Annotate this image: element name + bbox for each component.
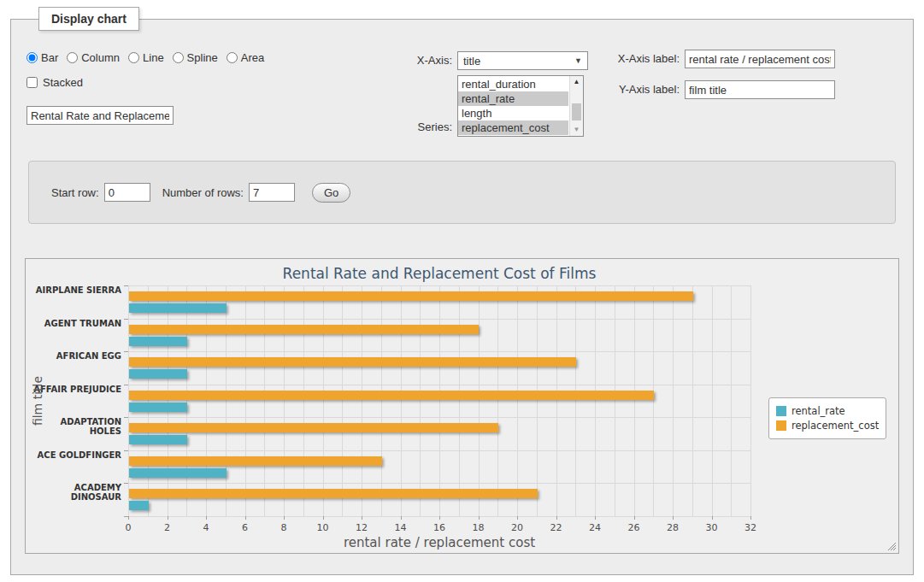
chart-title: Rental Rate and Replacement Cost of Film… [128,265,750,282]
x-tick-label: 0 [115,522,141,533]
bar-rental_rate [129,303,227,313]
series-label: Series: [374,120,452,135]
gridline-vertical [731,285,732,516]
legend-swatch [776,420,786,431]
gridline-vertical [168,285,168,516]
y-axis-title: film title [31,376,44,426]
chart-type-radio-spline[interactable] [173,52,184,63]
gridline-vertical [264,285,265,516]
chart-type-option-area[interactable]: Area [227,51,264,64]
chart-type-radio-bar[interactable] [26,52,38,63]
gridline-vertical [303,285,304,516]
bar-replacement_cost [129,456,382,466]
x-axis-tick [517,516,518,520]
gridline-vertical [615,285,615,516]
chart-type-option-column[interactable]: Column [67,51,120,64]
x-axis-select[interactable]: title ▼ [457,51,588,70]
legend-item-replacement_cost[interactable]: replacement_cost [776,420,879,432]
axis-label-column: X-Axis label: Y-Axis label: [592,50,835,99]
x-tick-label: 26 [621,522,647,533]
bar-rental_rate [129,337,187,346]
x-tick-label: 16 [427,522,452,533]
chart-legend: rental_ratereplacement_cost [768,397,886,439]
gridline-vertical [128,285,129,516]
go-button[interactable]: Go [312,183,350,203]
y-axis-tick [124,385,128,385]
x-tick-label: 14 [388,522,414,533]
gridline-vertical [362,285,362,516]
x-tick-label: 2 [155,522,180,533]
chart-type-radio-group: BarColumnLineSplineArea [26,51,273,64]
category-label: ACE GOLDFINGER [27,450,121,484]
gridline-vertical [634,285,635,516]
x-tick-label: 28 [660,522,686,533]
y-axis-label-input[interactable] [685,80,835,99]
chart-type-option-spline[interactable]: Spline [173,51,218,64]
scrollbar-thumb[interactable] [572,103,581,121]
y-axis-label-field-label: Y-Axis label: [592,80,680,99]
chart-type-radio-area[interactable] [227,52,238,63]
y-axis-tick [124,319,128,320]
gridline-vertical [420,285,421,516]
scroll-down-icon[interactable]: ▼ [570,124,583,136]
chart-type-label: Line [143,51,164,64]
chart-type-label: Bar [41,51,58,64]
gridline-vertical [323,285,324,516]
legend-item-rental_rate[interactable]: rental_rate [776,405,879,417]
x-axis-select-value: title [463,55,480,68]
bar-replacement_cost [129,357,576,367]
bar-rental_rate [129,501,149,510]
series-option-rental_rate[interactable]: rental_rate [458,91,568,106]
gridline-vertical [206,285,207,516]
bar-replacement_cost [129,391,654,400]
y-axis-tick [124,450,128,451]
gridline-vertical [673,285,674,516]
scroll-up-icon[interactable]: ▲ [570,76,583,88]
category-label: ACADEMY DINOSAUR [27,483,121,516]
series-option-replacement_cost[interactable]: replacement_cost [458,121,568,135]
x-axis-tick [595,516,596,520]
gridline-horizontal [128,450,750,451]
display-chart-fieldset: Display chart BarColumnLineSplineArea St… [10,7,914,575]
x-axis-label-input[interactable] [685,50,835,68]
resize-handle-icon[interactable] [887,542,897,551]
x-axis-tick [439,516,440,520]
series-option-rental_duration[interactable]: rental_duration [458,77,568,91]
num-rows-input[interactable] [249,183,295,202]
chart-title-input[interactable] [26,106,174,125]
display-chart-legend: Display chart [38,7,139,31]
x-axis-title: rental rate / replacement cost [128,535,750,550]
gridline-horizontal [128,417,750,418]
x-tick-label: 10 [310,522,336,533]
x-axis-tick [479,516,480,520]
start-row-input[interactable] [104,183,150,202]
series-option-length[interactable]: length [458,106,568,121]
axis-series-column: X-Axis: title ▼ Series: rental_durationr… [374,51,588,137]
stacked-checkbox[interactable] [26,77,38,88]
x-axis-label-field-label: X-Axis label: [592,50,680,68]
x-tick-label: 18 [466,522,491,533]
y-axis-tick [124,417,128,418]
bar-rental_rate [129,468,227,478]
gridline-horizontal [128,483,750,484]
gridline-vertical [439,285,440,516]
chart-type-radio-line[interactable] [128,52,139,63]
x-axis-tick [634,516,635,520]
chart-type-option-bar[interactable]: Bar [26,51,58,64]
chart-type-radio-column[interactable] [67,52,78,63]
series-listbox[interactable]: rental_durationrental_ratelengthreplacem… [457,75,584,137]
series-scrollbar[interactable]: ▲ ▼ [569,76,583,136]
x-tick-label: 6 [232,522,258,533]
gridline-vertical [245,285,246,516]
gridline-vertical [750,285,751,516]
x-tick-label: 4 [193,522,219,533]
gridline-vertical [575,285,576,516]
gridline-vertical [556,285,557,516]
series-options: rental_durationrental_ratelengthreplacem… [458,77,568,135]
start-row-label: Start row: [51,186,99,199]
gridline-vertical [595,285,596,516]
x-axis-tick [206,516,207,520]
chart-type-option-line[interactable]: Line [128,51,164,64]
x-axis-tick [323,516,324,520]
stacked-label: Stacked [43,76,83,89]
